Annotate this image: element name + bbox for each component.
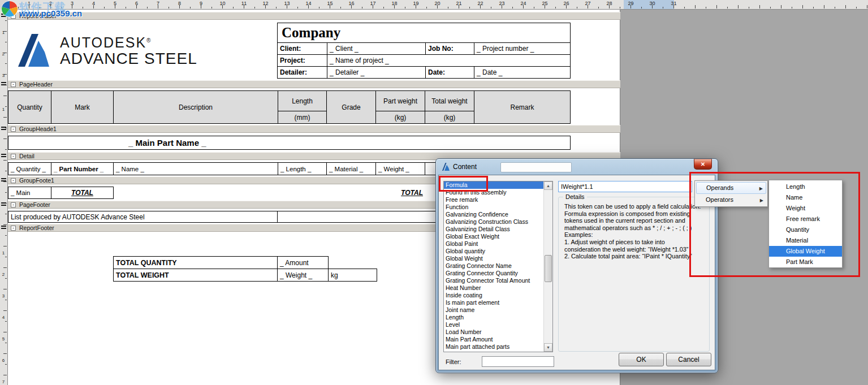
section-label: GroupHeade1 [19, 126, 57, 133]
ruler-tick [3, 375, 7, 375]
section-marker [1, 202, 6, 206]
content-list-item[interactable]: Global Weight [444, 255, 543, 262]
ruler-number: 11 [239, 1, 249, 6]
ruler-tick [598, 7, 599, 8]
section-bar-pageheader[interactable]: -PageHeader [8, 80, 620, 88]
watermark-pinwheel-icon [1, 1, 18, 18]
content-list-item[interactable]: Free remark [444, 196, 543, 204]
content-list-item[interactable]: Galvanizing Construction Class [444, 218, 543, 226]
collapse-icon[interactable]: - [11, 127, 16, 132]
ruler-number: 22 [476, 1, 485, 6]
detail-cell[interactable]: _ Name _ [113, 162, 278, 175]
ruler-tick [3, 332, 7, 332]
vertical-ruler[interactable]: 12311234567 [0, 10, 8, 385]
content-list-item[interactable]: Level [444, 321, 543, 328]
formula-input[interactable]: IWeight*1.1 [558, 181, 692, 192]
content-list-item[interactable]: Joint name [444, 306, 543, 314]
column-header[interactable]: Quantity [8, 90, 51, 124]
column-header[interactable]: Grade [326, 90, 376, 124]
section-bar-groupheade1[interactable]: -GroupHeade1 [8, 125, 620, 133]
content-list-item[interactable]: Inside coating [444, 292, 543, 299]
content-token-list[interactable]: ▲ ▼ FormulaFound in this assemblyFree re… [443, 181, 553, 352]
details-label: Details [563, 193, 587, 200]
detail-cell[interactable]: _ Part Number _ [51, 162, 114, 175]
content-list-item[interactable]: Grating Connector Total Amount [444, 277, 543, 284]
content-list-item[interactable]: Length [444, 314, 543, 321]
content-list-item[interactable]: Galvanizing Confidence [444, 211, 543, 218]
detailer-label-cell[interactable]: Detailer: [277, 66, 327, 79]
date-value-cell[interactable]: _ Date _ [474, 66, 571, 79]
project-value-cell[interactable]: _ Name of project _ [327, 54, 571, 67]
content-list-item[interactable]: Global quantity [444, 248, 543, 255]
scroll-down-icon[interactable]: ▼ [544, 343, 552, 352]
collapse-icon[interactable]: - [11, 178, 16, 183]
detail-cell[interactable]: _ Material _ [326, 162, 376, 175]
group-footer-total-cell[interactable]: TOTAL [51, 187, 114, 199]
ruler-tick [5, 321, 7, 322]
jobno-label-cell[interactable]: Job No: [425, 42, 474, 55]
content-list-item[interactable]: Global Paint [444, 240, 543, 248]
ruler-tick [3, 289, 7, 289]
ruler-tick [426, 7, 427, 8]
detail-cell[interactable]: _ Length _ [278, 162, 327, 175]
project-label-cell[interactable]: Project: [277, 54, 327, 67]
scroll-up-icon[interactable]: ▲ [544, 181, 552, 190]
ruler-tick [3, 139, 7, 139]
ruler-tick [749, 7, 749, 8]
content-list-item[interactable]: Grating Connector Name [444, 262, 543, 270]
content-list-item[interactable]: Main Part Amount [444, 336, 543, 343]
content-list-item[interactable]: Function [444, 204, 543, 211]
collapse-icon[interactable]: - [11, 154, 16, 159]
content-list-item[interactable]: Is main part element [444, 299, 543, 306]
ruler-tick [867, 5, 867, 8]
collapse-icon[interactable]: - [11, 226, 16, 231]
ruler-tick [813, 7, 814, 8]
column-header[interactable]: Mark [51, 90, 114, 124]
group-footer-weight-total[interactable]: TOTAL [375, 187, 425, 199]
detailer-value-cell[interactable]: _ Detailer _ [327, 66, 426, 79]
total-weight-unit-cell[interactable]: kg [328, 269, 377, 282]
content-list-item[interactable]: Heat Number [444, 284, 543, 292]
group-footer-main-cell[interactable]: _ Main [8, 187, 51, 199]
ruler-number: 15 [325, 1, 335, 6]
page-header-row: QuantityMarkDescriptionLength(mm)GradePa… [8, 90, 571, 124]
group-header-row[interactable]: _ Main Part Name _ [8, 136, 571, 150]
ruler-tick [405, 7, 405, 8]
advance-steel-logo-icon [17, 33, 53, 68]
client-label-cell[interactable]: Client: [277, 42, 327, 55]
ruler-tick [340, 7, 341, 8]
detail-cell[interactable]: _ Weight _ [375, 162, 425, 175]
column-header[interactable]: Total weight [425, 90, 474, 111]
total-quantity-label-cell[interactable]: TOTAL QUANTITY [113, 256, 278, 269]
content-list-item[interactable]: Grating Connector Quantity [444, 270, 543, 277]
column-header[interactable]: Remark [474, 90, 571, 124]
content-list-item[interactable]: Galvanizing Detail Class [444, 226, 543, 233]
ruler-tick [3, 117, 7, 118]
column-header[interactable]: Length [278, 90, 327, 111]
total-weight-label-cell[interactable]: TOTAL WEIGHT [113, 269, 278, 282]
company-title-cell[interactable]: Company [277, 23, 571, 43]
scrollbar-thumb[interactable] [545, 255, 552, 282]
collapse-icon[interactable]: - [11, 202, 16, 207]
column-header[interactable]: Description [113, 90, 278, 124]
jobno-value-cell[interactable]: _ Project number _ [474, 42, 571, 55]
ok-button[interactable]: OK [619, 353, 664, 366]
detail-cell[interactable]: _ Quantity _ [8, 162, 51, 175]
content-list-item[interactable]: Load Number [444, 328, 543, 336]
column-header[interactable]: Part weight [375, 90, 425, 111]
page-footer-text-cell[interactable]: List produced by AUTODESK Advance Steel [8, 211, 278, 223]
floating-edit-box[interactable] [500, 162, 572, 172]
ruler-tick [5, 235, 7, 236]
list-scrollbar[interactable]: ▲ ▼ [543, 181, 552, 352]
ruler-tick [663, 7, 663, 8]
cancel-button[interactable]: Cancel [666, 353, 711, 366]
content-list-item[interactable]: Global Exact Weight [444, 233, 543, 240]
content-list-item[interactable]: Main part attached parts [444, 343, 543, 351]
total-quantity-value-cell[interactable]: _ Amount [277, 256, 329, 269]
client-value-cell[interactable]: _ Client _ [327, 42, 426, 55]
close-button[interactable]: ✕ [694, 159, 712, 170]
date-label-cell[interactable]: Date: [425, 66, 474, 79]
collapse-icon[interactable]: - [11, 82, 16, 87]
filter-input[interactable] [482, 356, 554, 367]
total-weight-value-cell[interactable]: _ Weight _ [277, 269, 329, 282]
